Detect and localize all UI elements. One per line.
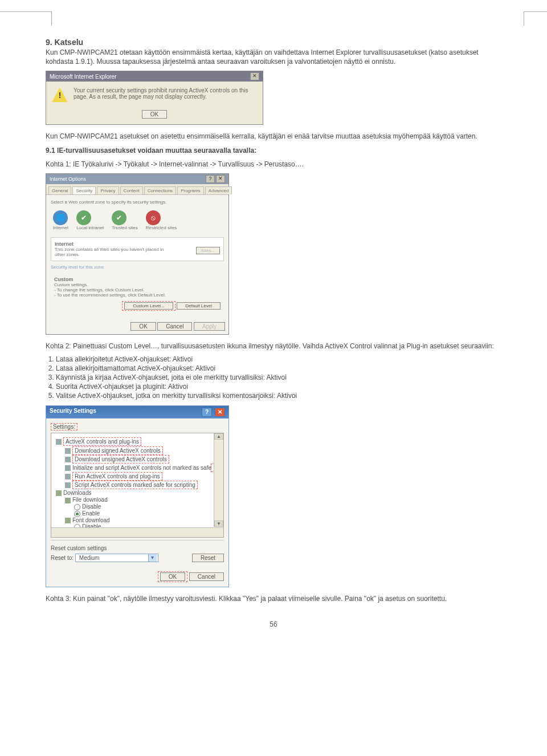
alert-titlebar: Microsoft Internet Explorer ✕ <box>46 71 263 82</box>
reset-to-select[interactable]: Medium <box>75 554 158 562</box>
custom-l3: - To use the recommended settings, click… <box>54 292 221 298</box>
after-alert-paragraph: Kun CMP-NWIPCAM21 asetukset on asetettu … <box>46 132 501 141</box>
kohta1-text: Kohta 1: IE Työkalurivi -> Työkalut -> I… <box>46 160 501 169</box>
ieopt-tabs: General Security Privacy Content Connect… <box>46 184 228 195</box>
vertical-scrollbar[interactable] <box>214 433 223 527</box>
section-heading: 9. Katselu <box>46 38 501 47</box>
tab-general[interactable]: General <box>48 186 71 194</box>
ieopt-apply-button[interactable]: Apply <box>194 322 225 331</box>
alert-message: Your current security settings prohibit … <box>74 87 257 102</box>
dl-signed: Download signed ActiveX controls <box>72 446 163 455</box>
page-number: 56 <box>46 620 501 628</box>
zone-internet-label: Internet <box>53 225 68 230</box>
help-icon[interactable]: ? <box>206 175 215 183</box>
font-download: Font download <box>72 517 110 523</box>
secdlg-cancel-button[interactable]: Cancel <box>189 572 224 581</box>
page-corner-left <box>0 11 52 26</box>
kohta3-text: Kohta 3: Kun painat "ok", näytölle ilmes… <box>46 594 501 603</box>
gear-icon <box>65 482 71 488</box>
secdlg-title: Security Settings <box>50 408 96 417</box>
list-item: Suorita ActiveX-ohjaukset ja pluginit: A… <box>56 383 501 391</box>
kohta2-intro: Kohta 2: Painettuasi Custom Level…, turv… <box>46 342 501 351</box>
alert-ok-button[interactable]: OK <box>142 110 167 119</box>
custom-level-highlight: Custom Level... <box>122 301 175 311</box>
init-unsafe: Initialize and script ActiveX controls n… <box>72 465 211 471</box>
zone-local-label: Local intranet <box>76 225 104 230</box>
list-item: Lataa allekirjoittamattomat ActiveX-ohja… <box>56 364 501 372</box>
custom-head: Custom <box>54 277 74 282</box>
reset-button[interactable]: Reset <box>192 554 224 562</box>
ieopt-title: Internet Options <box>50 176 86 182</box>
disable-label: Disable <box>82 503 101 510</box>
internet-options-dialog: Internet Options ? ✕ General Security Pr… <box>46 173 229 335</box>
subsection-heading: 9.1 IE-turvallisuusasetukset voidaan muu… <box>46 146 501 155</box>
gear-icon <box>65 448 71 454</box>
warning-icon <box>52 87 68 102</box>
gear-icon <box>65 474 71 479</box>
sites-button[interactable]: Sites... <box>196 247 220 254</box>
settings-listbox[interactable]: ActiveX controls and plug-ins Download s… <box>51 433 224 538</box>
radio-disable[interactable] <box>74 504 80 510</box>
custom-level-button[interactable]: Custom Level... <box>124 302 173 310</box>
internet-box-title: Internet <box>55 241 74 247</box>
gear-icon <box>65 457 71 462</box>
tab-security[interactable]: Security <box>72 186 96 194</box>
help-icon[interactable]: ? <box>202 408 212 417</box>
file-download-icon <box>65 498 71 503</box>
reset-to-label: Reset to: <box>51 555 74 561</box>
internet-box-desc: This zone contains all Web sites you hav… <box>55 247 169 257</box>
close-icon[interactable]: ✕ <box>250 72 259 80</box>
custom-l2: - To change the settings, click Custom L… <box>54 287 221 292</box>
list-item: Valitse ActiveX-ohjaukset, jotka on merk… <box>56 392 501 400</box>
tab-privacy[interactable]: Privacy <box>97 186 119 194</box>
file-download: File download <box>72 497 108 503</box>
run-plugins: Run ActiveX controls and plug-ins <box>72 472 162 481</box>
ieopt-ok-button[interactable]: OK <box>130 322 156 331</box>
trusted-sites-icon[interactable]: ✔ <box>112 210 126 225</box>
reset-title: Reset custom settings <box>51 545 224 551</box>
tab-advanced[interactable]: Advanced <box>205 186 232 194</box>
alert-title: Microsoft Internet Explorer <box>50 74 116 80</box>
settings-label: Settings: <box>51 423 77 430</box>
tab-programs[interactable]: Programs <box>177 186 204 194</box>
gear-icon <box>65 465 71 471</box>
secdlg-titlebar: Security Settings ? ✕ <box>46 406 228 418</box>
script-safe: Script ActiveX controls marked safe for … <box>72 481 198 489</box>
globe-icon[interactable]: 🌐 <box>53 210 68 225</box>
tab-connections[interactable]: Connections <box>144 186 176 194</box>
list-item: Lataa allekirjoitetut ActiveX-ohjaukset:… <box>56 355 501 363</box>
tab-content[interactable]: Content <box>120 186 143 194</box>
gear-icon <box>56 439 62 445</box>
ie-alert-dialog: Microsoft Internet Explorer ✕ Your curre… <box>46 71 263 125</box>
ieopt-cancel-button[interactable]: Cancel <box>157 322 192 331</box>
local-intranet-icon[interactable]: ✔ <box>76 210 91 225</box>
sec-level-label: Security level for this zone <box>51 265 224 270</box>
horizontal-scrollbar[interactable] <box>51 527 223 537</box>
downloads-root: Downloads <box>63 490 91 496</box>
custom-l1: Custom settings. <box>54 282 221 287</box>
secdlg-ok-button[interactable]: OK <box>160 572 185 581</box>
zone-restricted-label: Restricted sites <box>146 225 177 230</box>
font-download-icon <box>65 518 71 523</box>
dl-unsigned: Download unsigned ActiveX controls <box>72 455 169 464</box>
zone-hint: Select a Web content zone to specify its… <box>51 200 224 205</box>
page-corner-right <box>524 11 547 26</box>
close-icon[interactable]: ✕ <box>216 175 225 183</box>
radio-enable[interactable] <box>74 511 80 517</box>
enable-label: Enable <box>82 510 100 517</box>
default-level-button[interactable]: Default Level <box>177 302 221 310</box>
ok-highlight: OK <box>158 571 187 582</box>
downloads-icon <box>56 490 62 496</box>
intro-paragraph: Kun CMP-NWIPCAM21 otetaan käyttöön ensim… <box>46 48 501 66</box>
security-settings-dialog: Security Settings ? ✕ Settings: ActiveX … <box>46 405 229 587</box>
kohta2-list: Lataa allekirjoitetut ActiveX-ohjaukset:… <box>56 355 501 400</box>
zone-trusted-label: Trusted sites <box>112 225 138 230</box>
ax-root: ActiveX controls and plug-ins <box>63 437 141 446</box>
list-item: Käynnistä ja kirjaa ActiveX-ohjaukset, j… <box>56 373 501 381</box>
restricted-sites-icon[interactable]: ⦸ <box>146 210 161 225</box>
close-icon[interactable]: ✕ <box>215 408 225 417</box>
